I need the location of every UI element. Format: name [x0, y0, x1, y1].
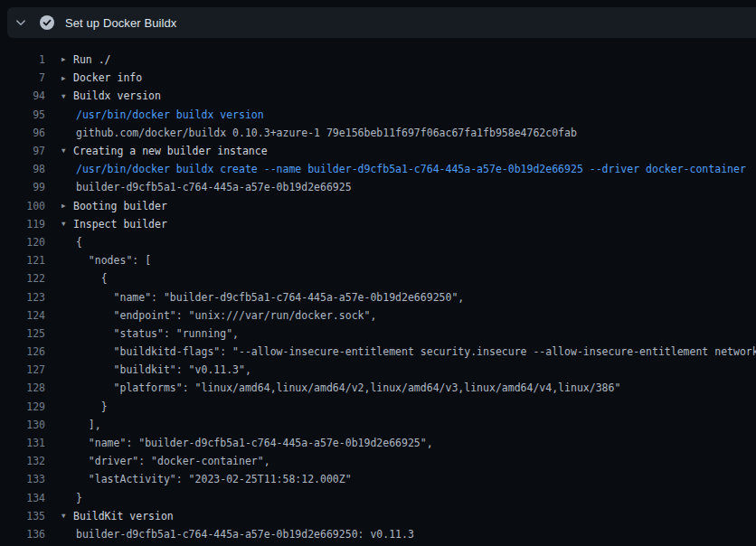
line-number[interactable]: 130: [0, 419, 45, 431]
log-line-row: 132 "driver": "docker-container",: [0, 452, 756, 470]
line-number[interactable]: 127: [0, 363, 45, 376]
output-text: {: [76, 272, 108, 285]
log-line-row: 122 {: [0, 269, 756, 287]
output-text: ],: [76, 419, 101, 431]
line-number[interactable]: 1: [0, 53, 45, 66]
line-number[interactable]: 94: [0, 89, 45, 102]
line-number[interactable]: 131: [0, 437, 45, 449]
line-number[interactable]: 98: [0, 163, 45, 175]
line-number[interactable]: 122: [0, 272, 45, 285]
log-line-row: 123 "name": "builder-d9cfb5a1-c764-445a-…: [0, 287, 756, 306]
output-text: builder-d9cfb5a1-c764-445a-a57e-0b19d2e6…: [76, 181, 352, 193]
log-group-row[interactable]: 135▼BuildKit version: [0, 507, 756, 525]
log-group-row[interactable]: 1▶Run ./: [0, 51, 756, 69]
command-text: /usr/bin/docker buildx version: [76, 108, 264, 121]
line-number[interactable]: 128: [0, 381, 45, 394]
log-line-row: 98/usr/bin/docker buildx create --name b…: [0, 160, 756, 178]
triangle-expanded-icon[interactable]: ▼: [61, 221, 73, 228]
line-number[interactable]: 136: [0, 528, 45, 541]
line-number[interactable]: 135: [0, 510, 45, 522]
line-number[interactable]: 96: [0, 127, 45, 139]
output-text: "buildkit": "v0.11.3",: [76, 363, 251, 376]
check-circle-icon: [40, 15, 54, 30]
group-title: Creating a new builder instance: [73, 145, 268, 157]
chevron-down-icon[interactable]: [7, 7, 34, 38]
line-number[interactable]: 120: [0, 236, 45, 249]
line-number[interactable]: 100: [0, 200, 45, 212]
triangle-expanded-icon[interactable]: ▼: [61, 93, 73, 100]
output-text: github.com/docker/buildx 0.10.3+azure-1 …: [76, 127, 577, 139]
log-line-row: 96github.com/docker/buildx 0.10.3+azure-…: [0, 124, 756, 142]
log-line-row: 125 "status": "running",: [0, 325, 756, 343]
group-title: Run ./: [73, 53, 111, 66]
line-number[interactable]: 99: [0, 181, 45, 193]
triangle-expanded-icon[interactable]: ▼: [61, 147, 73, 155]
step-title: Set up Docker Buildx: [65, 16, 176, 30]
group-title: Docker info: [73, 71, 142, 84]
output-text: "nodes": [: [76, 254, 151, 267]
output-text: "endpoint": "unix:///var/run/docker.sock…: [76, 309, 376, 322]
log-line-row: 120{: [0, 233, 756, 251]
triangle-collapsed-icon[interactable]: ▶: [61, 202, 73, 210]
line-number[interactable]: 119: [0, 218, 45, 231]
line-number[interactable]: 97: [0, 145, 45, 157]
group-title: BuildKit version: [73, 510, 174, 522]
command-text: /usr/bin/docker buildx create --name bui…: [76, 163, 746, 175]
log-line-row: 99builder-d9cfb5a1-c764-445a-a57e-0b19d2…: [0, 178, 756, 196]
group-title: Booting builder: [73, 200, 167, 212]
log-line-row: 126 "buildkitd-flags": "--allow-insecure…: [0, 343, 756, 361]
log-line-row: 129 }: [0, 398, 756, 416]
line-number[interactable]: 132: [0, 455, 45, 467]
log-line-row: 130 ],: [0, 416, 756, 434]
output-text: {: [76, 236, 82, 249]
line-number[interactable]: 125: [0, 327, 45, 340]
log-group-row[interactable]: 7▶Docker info: [0, 69, 756, 87]
log-line-row: 131 "name": "builder-d9cfb5a1-c764-445a-…: [0, 434, 756, 452]
output-text: "status": "running",: [76, 327, 239, 340]
output-text: }: [76, 400, 108, 413]
triangle-collapsed-icon[interactable]: ▶: [61, 75, 73, 82]
log-line-row: 128 "platforms": "linux/amd64,linux/amd6…: [0, 379, 756, 397]
line-number[interactable]: 124: [0, 309, 45, 322]
group-title: Buildx version: [73, 89, 161, 102]
log-line-row: 133 "lastActivity": "2023-02-25T11:58:12…: [0, 470, 756, 488]
log-output-area: 1▶Run ./7▶Docker info94▼Buildx version95…: [0, 51, 756, 546]
log-line-row: 121 "nodes": [: [0, 251, 756, 269]
log-group-row[interactable]: 94▼Buildx version: [0, 87, 756, 105]
output-text: builder-d9cfb5a1-c764-445a-a57e-0b19d2e6…: [76, 528, 414, 541]
log-group-row[interactable]: 119▼Inspect builder: [0, 215, 756, 233]
line-number[interactable]: 95: [0, 108, 45, 121]
group-title: Inspect builder: [73, 218, 167, 231]
log-line-row: 134}: [0, 489, 756, 507]
output-text: "driver": "docker-container",: [76, 455, 270, 467]
line-number[interactable]: 129: [0, 400, 45, 413]
line-number[interactable]: 121: [0, 254, 45, 267]
output-text: "lastActivity": "2023-02-25T11:58:12.000…: [76, 473, 352, 485]
line-number[interactable]: 126: [0, 345, 45, 358]
triangle-collapsed-icon[interactable]: ▶: [61, 56, 73, 63]
line-number[interactable]: 123: [0, 291, 45, 304]
output-text: "platforms": "linux/amd64,linux/amd64/v2…: [76, 381, 620, 394]
output-text: "buildkitd-flags": "--allow-insecure-ent…: [76, 345, 756, 358]
output-text: "name": "builder-d9cfb5a1-c764-445a-a57e…: [76, 437, 433, 449]
line-number[interactable]: 133: [0, 473, 45, 485]
output-text: }: [76, 492, 82, 504]
log-line-row: 95/usr/bin/docker buildx version: [0, 106, 756, 124]
triangle-expanded-icon[interactable]: ▼: [61, 513, 73, 520]
step-header-set-up-docker-buildx[interactable]: Set up Docker Buildx: [7, 7, 756, 38]
log-group-row[interactable]: 97▼Creating a new builder instance: [0, 142, 756, 160]
line-number[interactable]: 134: [0, 492, 45, 504]
log-line-row: 127 "buildkit": "v0.11.3",: [0, 361, 756, 379]
output-text: "name": "builder-d9cfb5a1-c764-445a-a57e…: [76, 291, 464, 304]
log-line-row: 124 "endpoint": "unix:///var/run/docker.…: [0, 306, 756, 325]
line-number[interactable]: 7: [0, 71, 45, 84]
log-line-row: 136builder-d9cfb5a1-c764-445a-a57e-0b19d…: [0, 525, 756, 543]
log-group-row[interactable]: 100▶Booting builder: [0, 197, 756, 215]
